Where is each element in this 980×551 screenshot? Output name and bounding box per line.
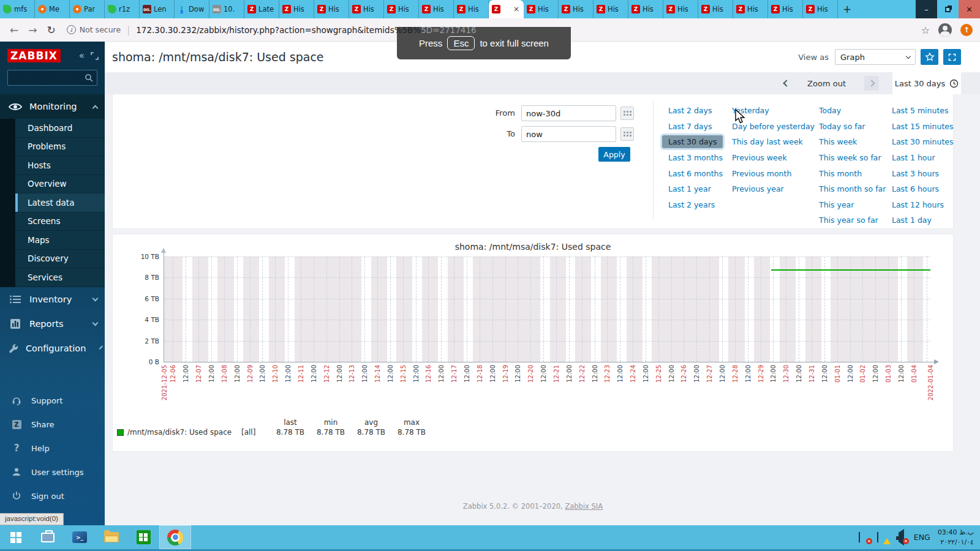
sidebar-item-problems[interactable]: Problems xyxy=(15,138,105,157)
browser-tab[interactable]: ZHis xyxy=(768,0,803,18)
time-back-icon[interactable] xyxy=(783,80,790,86)
quick-range-this-year[interactable]: This year xyxy=(819,197,886,213)
sidebar-expand-icon[interactable] xyxy=(91,52,99,60)
quick-range-last-6-months[interactable]: Last 6 months xyxy=(668,165,723,181)
quick-range-last-6-hours[interactable]: Last 6 hours xyxy=(892,181,954,197)
browser-update-icon[interactable]: ↑ xyxy=(960,24,973,36)
browser-tab[interactable]: ZHis xyxy=(594,0,628,18)
reload-icon[interactable]: ↻ xyxy=(47,24,56,36)
quick-range-last-12-hours[interactable]: Last 12 hours xyxy=(892,197,954,213)
start-button[interactable] xyxy=(0,525,32,549)
back-icon[interactable]: ← xyxy=(10,24,18,36)
sidebar-collapse-icon[interactable]: « xyxy=(79,50,85,61)
kiosk-mode-button[interactable] xyxy=(943,49,961,65)
browser-tab[interactable]: DO.Len xyxy=(140,0,175,18)
zabbix-logo[interactable]: ZABBIX xyxy=(7,49,61,62)
quick-range-today-so-far[interactable]: Today so far xyxy=(819,119,886,135)
browser-tab[interactable]: ZHis xyxy=(524,0,559,18)
quick-range-last-7-days[interactable]: Last 7 days xyxy=(668,119,723,135)
language-indicator[interactable]: ENG xyxy=(914,533,930,542)
browser-tab[interactable]: ZHis xyxy=(803,0,838,18)
quick-range-last-15-minutes[interactable]: Last 15 minutes xyxy=(892,119,954,135)
sidebar-search[interactable] xyxy=(7,70,97,86)
plot-area[interactable] xyxy=(164,257,930,362)
sidebar-section-configuration[interactable]: Configuration xyxy=(0,336,105,361)
network-warning-icon[interactable] xyxy=(877,533,888,542)
taskbar-server-manager[interactable] xyxy=(32,525,64,549)
quick-range-this-year-so-far[interactable]: This year so far xyxy=(819,212,886,228)
browser-tab[interactable]: Par xyxy=(70,0,105,18)
quick-range-last-3-hours[interactable]: Last 3 hours xyxy=(892,165,954,181)
from-calendar-button[interactable] xyxy=(620,107,634,120)
browser-tab[interactable]: ZHis xyxy=(384,0,419,18)
sidebar-item-hosts[interactable]: Hosts xyxy=(15,156,105,175)
sidebar-item-support[interactable]: Support xyxy=(0,389,105,413)
taskbar-store[interactable] xyxy=(127,525,159,549)
sidebar-section-reports[interactable]: Reports xyxy=(0,312,105,336)
quick-range-previous-year[interactable]: Previous year xyxy=(732,181,815,197)
action-center-flag-icon[interactable]: × xyxy=(859,533,870,542)
browser-tab[interactable]: mfs xyxy=(0,0,35,18)
sidebar-item-sign-out[interactable]: Sign out xyxy=(0,484,105,508)
zoom-out-button[interactable]: Zoom out xyxy=(807,79,846,88)
profile-avatar[interactable] xyxy=(938,23,952,37)
browser-tab[interactable]: ZHis xyxy=(349,0,384,18)
to-input[interactable] xyxy=(521,126,616,142)
sidebar-item-share[interactable]: ZShare xyxy=(0,413,105,437)
favorite-button[interactable] xyxy=(921,49,938,65)
quick-range-previous-week[interactable]: Previous week xyxy=(732,150,815,166)
quick-range-last-30-minutes[interactable]: Last 30 minutes xyxy=(892,134,954,150)
site-security[interactable]: i Not secure xyxy=(67,25,121,34)
taskbar-powershell[interactable]: >_ xyxy=(64,525,96,549)
taskbar-file-explorer[interactable] xyxy=(96,525,127,549)
browser-tab[interactable]: Me xyxy=(35,0,70,18)
forward-icon[interactable]: → xyxy=(28,24,37,36)
chart-panel[interactable]: shoma: /mnt/msa/disk7: Used space 10 TB8… xyxy=(112,234,954,452)
time-range-tab[interactable]: Last 30 days xyxy=(892,72,961,94)
sidebar-item-help[interactable]: ?Help xyxy=(0,437,105,460)
browser-tab[interactable]: ZHis xyxy=(663,0,698,18)
minimize-button[interactable]: – xyxy=(916,0,937,18)
quick-range-today[interactable]: Today xyxy=(819,103,886,119)
sidebar-item-latest-data[interactable]: Latest data xyxy=(15,193,105,212)
quick-range-this-week-so-far[interactable]: This week so far xyxy=(819,150,886,166)
sidebar-item-services[interactable]: Services xyxy=(15,268,105,287)
volume-muted-icon[interactable]: × xyxy=(895,533,907,542)
view-as-select[interactable]: Graph xyxy=(835,49,916,65)
quick-range-last-3-months[interactable]: Last 3 months xyxy=(668,150,723,166)
quick-range-last-1-day[interactable]: Last 1 day xyxy=(892,212,954,228)
quick-range-last-2-years[interactable]: Last 2 years xyxy=(668,197,723,213)
sidebar-item-dashboard[interactable]: Dashboard xyxy=(15,119,105,138)
from-input[interactable] xyxy=(521,105,616,121)
quick-range-this-month[interactable]: This month xyxy=(819,165,886,181)
browser-tab[interactable]: ZHis xyxy=(559,0,594,18)
quick-range-this-day-last-week[interactable]: This day last week xyxy=(732,134,815,150)
browser-tab[interactable]: ZHis xyxy=(419,0,454,18)
quick-range-previous-month[interactable]: Previous month xyxy=(732,165,815,181)
quick-range-last-30-days[interactable]: Last 30 days xyxy=(668,134,723,150)
browser-tab[interactable]: ZHis xyxy=(279,0,314,18)
browser-tab[interactable]: ZHis xyxy=(628,0,663,18)
taskbar-chrome[interactable] xyxy=(159,525,191,549)
sidebar-item-screens[interactable]: Screens xyxy=(15,212,105,231)
sidebar-item-overview[interactable]: Overview xyxy=(15,175,105,194)
browser-tab[interactable]: ZLate xyxy=(244,0,279,18)
sidebar-item-discovery[interactable]: Discovery xyxy=(15,250,105,269)
search-input[interactable] xyxy=(12,73,85,82)
zabbix-sia-link[interactable]: Zabbix SIA xyxy=(565,502,603,511)
browser-tab-active[interactable]: Z× xyxy=(489,0,524,18)
url-field[interactable]: 172.30.30.232/zabbix/history.php?action=… xyxy=(136,25,476,35)
restore-button[interactable] xyxy=(937,0,959,18)
quick-range-this-month-so-far[interactable]: This month so far xyxy=(819,181,886,197)
to-calendar-button[interactable] xyxy=(620,127,634,141)
browser-tab[interactable]: ZHis xyxy=(454,0,489,18)
quick-range-last-1-hour[interactable]: Last 1 hour xyxy=(892,150,954,166)
quick-range-this-week[interactable]: This week xyxy=(819,134,886,150)
tab-close-icon[interactable]: × xyxy=(512,5,521,13)
browser-tab[interactable]: ⭳Dow xyxy=(175,0,209,18)
browser-tab[interactable]: ZHis xyxy=(698,0,733,18)
quick-range-last-1-year[interactable]: Last 1 year xyxy=(668,181,723,197)
taskbar-clock[interactable]: 03:40 ب.ظ ٢٠٢٢/٠١/٠٤ xyxy=(938,528,974,547)
apply-button[interactable]: Apply xyxy=(598,147,630,162)
browser-tab[interactable]: DO.10. xyxy=(209,0,244,18)
